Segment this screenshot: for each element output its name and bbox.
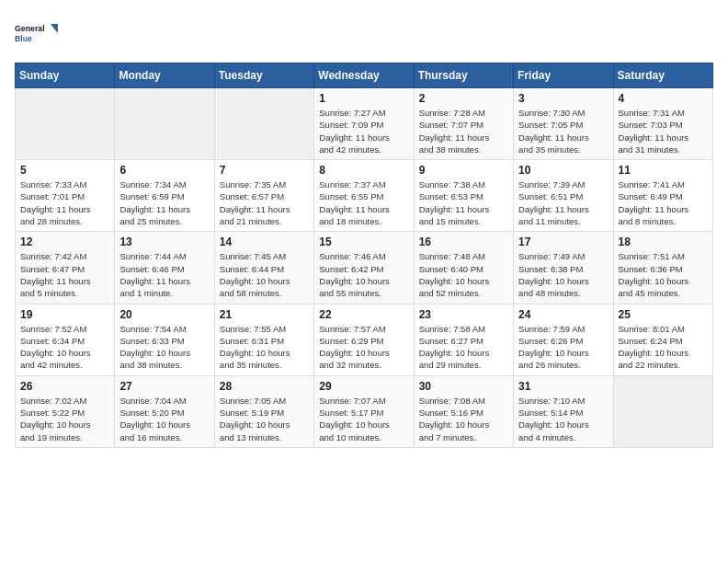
calendar-cell: 9Sunrise: 7:38 AM Sunset: 6:53 PM Daylig… bbox=[414, 160, 513, 232]
day-info: Sunrise: 7:08 AM Sunset: 5:16 PM Dayligh… bbox=[419, 395, 508, 443]
day-number: 8 bbox=[319, 164, 408, 177]
day-info: Sunrise: 7:41 AM Sunset: 6:49 PM Dayligh… bbox=[619, 178, 708, 227]
day-info: Sunrise: 7:49 AM Sunset: 6:38 PM Dayligh… bbox=[518, 250, 608, 299]
day-number: 17 bbox=[518, 236, 608, 248]
day-info: Sunrise: 7:52 AM Sunset: 6:34 PM Dayligh… bbox=[20, 323, 109, 372]
calendar-cell bbox=[214, 88, 313, 160]
day-number: 16 bbox=[419, 236, 508, 248]
day-info: Sunrise: 7:35 AM Sunset: 6:57 PM Dayligh… bbox=[220, 178, 309, 227]
day-number: 23 bbox=[419, 308, 508, 321]
day-number: 15 bbox=[319, 236, 408, 248]
calendar-cell: 16Sunrise: 7:48 AM Sunset: 6:40 PM Dayli… bbox=[414, 232, 513, 304]
weekday-header-wednesday: Wednesday bbox=[314, 63, 414, 88]
weekday-header-saturday: Saturday bbox=[613, 63, 712, 88]
calendar-cell: 31Sunrise: 7:10 AM Sunset: 5:14 PM Dayli… bbox=[514, 375, 613, 447]
calendar-cell: 4Sunrise: 7:31 AM Sunset: 7:03 PM Daylig… bbox=[613, 88, 712, 160]
svg-text:General: General bbox=[15, 24, 45, 33]
day-number: 10 bbox=[518, 164, 608, 177]
weekday-header-friday: Friday bbox=[514, 63, 613, 88]
day-info: Sunrise: 7:07 AM Sunset: 5:17 PM Dayligh… bbox=[319, 395, 408, 443]
logo-svg: General Blue bbox=[15, 15, 61, 52]
day-info: Sunrise: 7:39 AM Sunset: 6:51 PM Dayligh… bbox=[518, 178, 608, 227]
day-info: Sunrise: 7:38 AM Sunset: 6:53 PM Dayligh… bbox=[419, 178, 508, 227]
week-row-2: 5Sunrise: 7:33 AM Sunset: 7:01 PM Daylig… bbox=[16, 160, 713, 232]
day-number: 26 bbox=[20, 380, 109, 393]
day-info: Sunrise: 7:33 AM Sunset: 7:01 PM Dayligh… bbox=[20, 178, 109, 227]
week-row-3: 12Sunrise: 7:42 AM Sunset: 6:47 PM Dayli… bbox=[16, 232, 713, 304]
day-info: Sunrise: 7:48 AM Sunset: 6:40 PM Dayligh… bbox=[419, 250, 508, 299]
calendar-cell: 17Sunrise: 7:49 AM Sunset: 6:38 PM Dayli… bbox=[514, 232, 613, 304]
day-info: Sunrise: 7:58 AM Sunset: 6:27 PM Dayligh… bbox=[419, 323, 508, 372]
calendar-cell: 30Sunrise: 7:08 AM Sunset: 5:16 PM Dayli… bbox=[414, 375, 513, 447]
weekday-header-sunday: Sunday bbox=[16, 63, 115, 88]
calendar-cell: 3Sunrise: 7:30 AM Sunset: 7:05 PM Daylig… bbox=[514, 88, 613, 160]
day-info: Sunrise: 7:28 AM Sunset: 7:07 PM Dayligh… bbox=[419, 107, 508, 155]
day-info: Sunrise: 7:51 AM Sunset: 6:36 PM Dayligh… bbox=[619, 250, 708, 299]
day-number: 9 bbox=[419, 164, 508, 177]
calendar-cell: 28Sunrise: 7:05 AM Sunset: 5:19 PM Dayli… bbox=[214, 375, 313, 447]
day-info: Sunrise: 7:30 AM Sunset: 7:05 PM Dayligh… bbox=[518, 107, 608, 155]
day-number: 19 bbox=[20, 308, 109, 321]
calendar-cell: 21Sunrise: 7:55 AM Sunset: 6:31 PM Dayli… bbox=[214, 304, 313, 375]
calendar-cell: 18Sunrise: 7:51 AM Sunset: 6:36 PM Dayli… bbox=[613, 232, 712, 304]
weekday-header-row: SundayMondayTuesdayWednesdayThursdayFrid… bbox=[16, 63, 713, 88]
weekday-header-monday: Monday bbox=[115, 63, 214, 88]
calendar-cell: 5Sunrise: 7:33 AM Sunset: 7:01 PM Daylig… bbox=[16, 160, 115, 232]
day-number: 18 bbox=[619, 236, 708, 248]
day-number: 11 bbox=[619, 164, 708, 177]
day-number: 30 bbox=[419, 380, 508, 393]
day-number: 1 bbox=[319, 92, 408, 105]
day-info: Sunrise: 7:10 AM Sunset: 5:14 PM Dayligh… bbox=[518, 395, 608, 443]
calendar-cell: 29Sunrise: 7:07 AM Sunset: 5:17 PM Dayli… bbox=[314, 375, 414, 447]
calendar-cell: 26Sunrise: 7:02 AM Sunset: 5:22 PM Dayli… bbox=[16, 375, 115, 447]
calendar-cell: 7Sunrise: 7:35 AM Sunset: 6:57 PM Daylig… bbox=[214, 160, 313, 232]
calendar-cell bbox=[16, 88, 115, 160]
day-number: 22 bbox=[319, 308, 408, 321]
day-number: 7 bbox=[220, 164, 309, 177]
calendar-cell: 24Sunrise: 7:59 AM Sunset: 6:26 PM Dayli… bbox=[514, 304, 613, 375]
calendar-cell: 6Sunrise: 7:34 AM Sunset: 6:59 PM Daylig… bbox=[115, 160, 214, 232]
day-number: 14 bbox=[220, 236, 309, 248]
calendar-cell: 1Sunrise: 7:27 AM Sunset: 7:09 PM Daylig… bbox=[314, 88, 414, 160]
day-info: Sunrise: 7:54 AM Sunset: 6:33 PM Dayligh… bbox=[119, 323, 209, 372]
calendar-cell: 11Sunrise: 7:41 AM Sunset: 6:49 PM Dayli… bbox=[613, 160, 712, 232]
day-number: 21 bbox=[220, 308, 309, 321]
calendar-cell: 25Sunrise: 8:01 AM Sunset: 6:24 PM Dayli… bbox=[613, 304, 712, 375]
calendar-cell: 22Sunrise: 7:57 AM Sunset: 6:29 PM Dayli… bbox=[314, 304, 414, 375]
day-info: Sunrise: 7:34 AM Sunset: 6:59 PM Dayligh… bbox=[119, 178, 209, 227]
calendar-cell: 2Sunrise: 7:28 AM Sunset: 7:07 PM Daylig… bbox=[414, 88, 513, 160]
day-info: Sunrise: 7:04 AM Sunset: 5:20 PM Dayligh… bbox=[119, 395, 209, 443]
weekday-header-thursday: Thursday bbox=[414, 63, 513, 88]
page-header: General Blue bbox=[15, 15, 713, 52]
calendar-cell: 8Sunrise: 7:37 AM Sunset: 6:55 PM Daylig… bbox=[314, 160, 414, 232]
day-number: 5 bbox=[20, 164, 109, 177]
day-number: 28 bbox=[220, 380, 309, 393]
day-info: Sunrise: 7:57 AM Sunset: 6:29 PM Dayligh… bbox=[319, 323, 408, 372]
day-number: 12 bbox=[20, 236, 109, 248]
day-info: Sunrise: 7:45 AM Sunset: 6:44 PM Dayligh… bbox=[220, 250, 309, 299]
day-info: Sunrise: 7:55 AM Sunset: 6:31 PM Dayligh… bbox=[220, 323, 309, 372]
calendar-cell bbox=[115, 88, 214, 160]
calendar-cell: 14Sunrise: 7:45 AM Sunset: 6:44 PM Dayli… bbox=[214, 232, 313, 304]
day-number: 2 bbox=[419, 92, 508, 105]
svg-marker-2 bbox=[51, 24, 58, 33]
day-info: Sunrise: 7:44 AM Sunset: 6:46 PM Dayligh… bbox=[119, 250, 209, 299]
day-info: Sunrise: 7:02 AM Sunset: 5:22 PM Dayligh… bbox=[20, 395, 109, 443]
day-number: 31 bbox=[518, 380, 608, 393]
svg-text:Blue: Blue bbox=[15, 34, 32, 43]
calendar-cell: 20Sunrise: 7:54 AM Sunset: 6:33 PM Dayli… bbox=[115, 304, 214, 375]
calendar-cell: 23Sunrise: 7:58 AM Sunset: 6:27 PM Dayli… bbox=[414, 304, 513, 375]
day-info: Sunrise: 7:31 AM Sunset: 7:03 PM Dayligh… bbox=[619, 107, 708, 155]
day-number: 29 bbox=[319, 380, 408, 393]
day-number: 13 bbox=[119, 236, 209, 248]
calendar-table: SundayMondayTuesdayWednesdayThursdayFrid… bbox=[15, 63, 713, 448]
day-number: 3 bbox=[518, 92, 608, 105]
calendar-cell: 10Sunrise: 7:39 AM Sunset: 6:51 PM Dayli… bbox=[514, 160, 613, 232]
weekday-header-tuesday: Tuesday bbox=[214, 63, 313, 88]
day-info: Sunrise: 7:59 AM Sunset: 6:26 PM Dayligh… bbox=[518, 323, 608, 372]
calendar-cell: 27Sunrise: 7:04 AM Sunset: 5:20 PM Dayli… bbox=[115, 375, 214, 447]
day-number: 20 bbox=[119, 308, 209, 321]
calendar-cell: 12Sunrise: 7:42 AM Sunset: 6:47 PM Dayli… bbox=[16, 232, 115, 304]
day-number: 24 bbox=[518, 308, 608, 321]
calendar-cell: 13Sunrise: 7:44 AM Sunset: 6:46 PM Dayli… bbox=[115, 232, 214, 304]
